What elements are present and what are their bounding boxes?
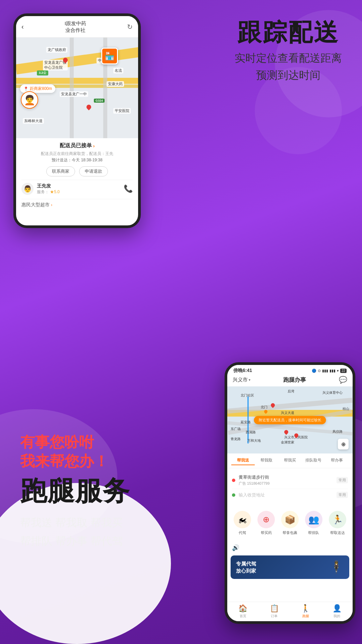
driver-rating: 服务： ★5.0: [37, 189, 120, 195]
map-label-gov: 龙广镇政府: [46, 47, 67, 53]
tab-queue[interactable]: 排队取号: [302, 456, 325, 465]
phone1-title: I跟发中药 业合作社: [24, 20, 127, 33]
queue-icon: 👥: [305, 511, 322, 528]
banner-ad[interactable]: 专属代驾 放心到家 🕴: [231, 555, 349, 579]
action-buttons: 联系商家 申请退款: [21, 166, 133, 176]
page-title: 跑腿办事: [283, 376, 306, 384]
driver-avatar: 👨: [21, 183, 34, 195]
address-section: 黄草街道步行街 广告 15186407799 常用 输入收货地址 常用: [227, 468, 353, 504]
home-icon: 🏠: [238, 604, 247, 613]
to-address-text: 输入收货地址: [239, 492, 333, 498]
nav-errand[interactable]: 🚶 跑腿: [290, 604, 321, 619]
nav-home[interactable]: 🏠 首页: [227, 604, 259, 619]
message-icon[interactable]: 💬: [339, 376, 347, 384]
call-driver-icon[interactable]: 📞: [124, 184, 133, 193]
store-pin: 🏪: [101, 48, 118, 64]
map-label-road: 东峰林大道: [23, 118, 44, 124]
map-label-ak: 安康大药: [107, 81, 124, 87]
driver-name: 王先发: [37, 183, 120, 189]
distance-badge: 📍 距商家800m: [20, 85, 55, 93]
phone1: ‹ I跟发中药 业合作社 ↻ 3.2公 G324: [13, 13, 141, 228]
tab-help-buy[interactable]: 帮我买: [278, 456, 302, 465]
refresh-icon[interactable]: ↻: [127, 23, 133, 31]
headline-title: 跟踪配送: [235, 20, 342, 44]
banner-figure: 🕴: [329, 560, 344, 574]
refund-button[interactable]: 申请退款: [79, 166, 108, 176]
phone1-map: 3.2公 G324 龙广镇政府 安龙县龙广镇中心卫生院 中通快递 名流 安康大药…: [16, 38, 138, 138]
driver-info: 王先发 服务： ★5.0: [37, 183, 120, 195]
to-dot: [232, 493, 235, 497]
delivery-status-title: 配送员已接单 ›: [21, 142, 133, 149]
headline-top: 跟踪配送 实时定位查看配送距离 预测到达时间: [235, 20, 342, 84]
service-item-medicine[interactable]: ⊕ 帮买药: [257, 511, 275, 535]
tab-errand[interactable]: 帮办事: [325, 456, 349, 465]
tab-help-fetch[interactable]: 帮我取: [255, 456, 278, 465]
delivery-status: 配送员已接单 › 配送员正在前往商家取货，配送员：王先 预计送达：今天 18:3…: [21, 142, 133, 163]
delivery-time: 预计送达：今天 18:38-19:38: [21, 157, 133, 163]
service-item-delivery[interactable]: 🏃 帮取送达: [329, 511, 346, 535]
from-tag: 常用: [337, 477, 348, 483]
service-tabs: 帮我送 帮我取 帮我买 排队取号 帮办事: [227, 453, 353, 468]
audio-row: 🔊: [227, 542, 353, 553]
speaker-icon: 🔊: [232, 544, 239, 551]
errand-icon: 🚶: [301, 604, 310, 613]
city-selector[interactable]: 兴义市 ▾: [233, 377, 250, 383]
medicine-icon: ⊕: [257, 511, 275, 528]
service-icons-row: 🏍 代驾 ⊕ 帮买药 📦 帮拿包裹 👥 帮排队 🏃 帮取送达: [227, 506, 353, 540]
to-tag: 常用: [337, 492, 348, 498]
tab-help-send[interactable]: 帮我送: [231, 456, 255, 465]
delivery-run-icon: 🏃: [329, 511, 346, 528]
profile-icon: 👤: [333, 604, 342, 613]
phone1-info: 配送员已接单 › 配送员正在前往商家取货，配送员：王先 预计送达：今天 18:3…: [16, 138, 138, 212]
nav-orders[interactable]: 📋 订单: [259, 604, 290, 619]
phone2: 傍晚6:41 🔵 ⊙ ▮▮▮ ▮▮▮ ▾ 22 兴义市 ▾ 跑腿办事 💬: [225, 362, 355, 624]
map-pin2: [85, 104, 92, 110]
to-address-row[interactable]: 输入收货地址 常用: [232, 489, 348, 501]
chevron-down-icon: ▾: [249, 378, 250, 382]
map1-background: 3.2公 G324 龙广镇政府 安龙县龙广镇中心卫生院 中通快递 名流 安康大药…: [16, 38, 138, 138]
service-item-drive[interactable]: 🏍 代驾: [234, 511, 251, 535]
status-icons: 🔵 ⊙ ▮▮▮ ▮▮▮ ▾ 22: [312, 369, 347, 373]
service-main-title: 跑腿服务: [20, 473, 130, 509]
service-desc: 帮我送 帮我取 帮我买 帮排队 帮办事 帮代驾: [20, 514, 130, 550]
delivery-desc: 配送员正在前往商家取货，配送员：王先: [21, 151, 133, 157]
bottom-left-text: 有事您吩咐 我来帮您办！ 跑腿服务 帮我送 帮我取 帮我买 帮排队 帮办事 帮代…: [20, 432, 130, 550]
store-name[interactable]: 惠民大型超市 ›: [21, 199, 133, 208]
service-item-parcel[interactable]: 📦 帮拿包裹: [281, 511, 299, 535]
phone2-map: 后湾 北门社区 兴义体育中心 桔山 兴义大道 北门 延安路 东广场 西湖路 青龙…: [227, 386, 353, 453]
contact-merchant-button[interactable]: 联系商家: [46, 166, 75, 176]
service-item-queue[interactable]: 👥 帮排队: [305, 511, 322, 535]
driver-row: 👨 王先发 服务： ★5.0 📞: [21, 180, 133, 198]
orders-icon: 📋: [270, 604, 279, 613]
phone2-bottom-nav: 🏠 首页 📋 订单 🚶 跑腿 👤 我的: [227, 602, 353, 621]
drive-icon: 🏍: [234, 511, 251, 528]
phone2-statusbar: 傍晚6:41 🔵 ⊙ ▮▮▮ ▮▮▮ ▾ 22: [227, 365, 353, 374]
map-label-school: 安龙县龙广一中: [60, 91, 88, 97]
parcel-icon: 📦: [281, 511, 299, 528]
tagline-line1: 有事您吩咐 我来帮您办！: [20, 432, 130, 471]
delivery-avatar: 🧑‍🦱: [21, 91, 38, 109]
back-icon[interactable]: ‹: [21, 23, 24, 31]
map-label-ml: 名流: [113, 68, 123, 73]
map-label-hospital: 平安医院: [113, 108, 131, 114]
from-dot: [232, 479, 235, 482]
from-address-row[interactable]: 黄草街道步行街 广告 15186407799 常用: [232, 472, 348, 489]
top-section: 跟踪配送 实时定位查看配送距离 预测到达时间 ‹ I跟发中药 业合作社 ↻: [0, 0, 362, 188]
nav-profile[interactable]: 👤 我的: [321, 604, 353, 619]
from-address-text: 黄草街道步行街 广告 15186407799: [239, 474, 333, 486]
headline-sub: 实时定位查看配送距离 预测到达时间: [235, 50, 342, 84]
banner-text: 专属代驾 放心到家: [236, 560, 256, 574]
phone1-header: ‹ I跟发中药 业合作社 ↻: [16, 16, 138, 38]
warning-banner: 附近暂无配送员，接单时间可能过较长: [254, 416, 326, 424]
location-button[interactable]: ⊕: [338, 439, 349, 449]
phone2-header: 兴义市 ▾ 跑腿办事 💬: [227, 374, 353, 386]
status-time: 傍晚6:41: [233, 368, 252, 374]
